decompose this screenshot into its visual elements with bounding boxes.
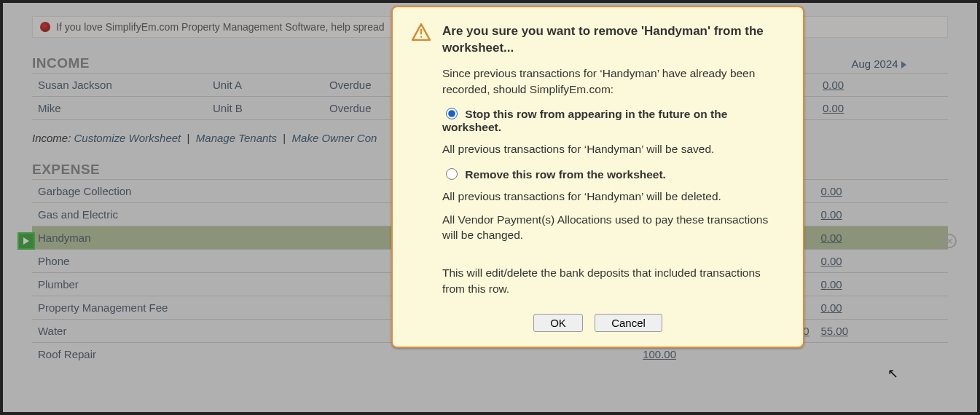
tenant-name: Mike (32, 97, 207, 120)
pin-icon (40, 22, 50, 32)
amount-cell[interactable]: 0.00 (815, 180, 948, 203)
expense-name: Plumber (32, 273, 327, 296)
option-stop-sub: All previous transactions for ‘Handyman’… (442, 141, 784, 157)
unit-name: Unit B (207, 97, 324, 120)
cancel-button[interactable]: Cancel (595, 314, 662, 332)
svg-rect-1 (420, 36, 422, 37)
confirm-remove-dialog: Are you sure you want to remove 'Handyma… (391, 6, 804, 348)
banner-text: If you love SimplifyEm.com Property Mana… (56, 21, 385, 33)
amount-cell[interactable]: 55.00 (815, 320, 948, 343)
ok-button[interactable]: OK (533, 314, 583, 332)
expense-name: Handyman (32, 226, 327, 250)
option-remove-label: Remove this row from the worksheet. (465, 168, 666, 181)
dialog-note-deposits: This will edit/delete the bank deposits … (442, 265, 784, 296)
link-manage-tenants[interactable]: Manage Tenants (196, 132, 277, 144)
row-expand-icon[interactable] (17, 232, 35, 250)
radio-remove[interactable] (446, 168, 458, 180)
radio-stop[interactable] (446, 108, 458, 119)
amount-cell[interactable]: 0.00 (815, 203, 948, 226)
row-delete-icon[interactable]: ✕ (942, 234, 957, 248)
option-remove-sub: All previous transactions for ‘Handyman’… (442, 189, 784, 205)
amount-cell[interactable]: 0.00 (817, 97, 948, 120)
amount-cell[interactable]: 0.00 (817, 74, 948, 97)
month-header[interactable]: Aug 2024 (817, 58, 948, 70)
expense-name: Phone (32, 250, 327, 273)
expense-name: Roof Repair (32, 343, 327, 366)
option-remove-row[interactable]: Remove this row from the worksheet. (442, 168, 666, 181)
amount-cell[interactable]: 0.00 (815, 250, 948, 273)
link-make-owner[interactable]: Make Owner Con (292, 132, 377, 144)
income-footer-label: Income: (32, 132, 71, 144)
expense-name: Gas and Electric (32, 203, 327, 226)
amount-cell[interactable]: 0.00 (815, 226, 948, 250)
amount-cell[interactable]: 0.00 (815, 273, 948, 296)
svg-rect-0 (420, 29, 422, 35)
amount-cell[interactable] (815, 343, 948, 366)
expense-name: Garbage Collection (32, 180, 327, 203)
expense-name: Property Management Fee (32, 296, 327, 320)
option-stop-row[interactable]: Stop this row from appearing in the futu… (442, 108, 727, 133)
dialog-title: Are you sure you want to remove 'Handyma… (442, 23, 784, 57)
option-stop-label: Stop this row from appearing in the futu… (442, 108, 727, 133)
dialog-note-allocations: All Vendor Payment(s) Allocations used t… (442, 212, 784, 243)
month-label: Aug 2024 (851, 58, 898, 70)
unit-name: Unit A (207, 74, 324, 97)
expense-name: Water (32, 320, 327, 343)
tenant-name: Susan Jackson (32, 74, 207, 97)
warning-icon (412, 23, 431, 41)
amount-cell[interactable]: 0.00 (815, 296, 948, 320)
link-customize-worksheet[interactable]: Customize Worksheet (74, 132, 181, 144)
dialog-intro: Since previous transactions for ‘Handyma… (442, 66, 784, 97)
